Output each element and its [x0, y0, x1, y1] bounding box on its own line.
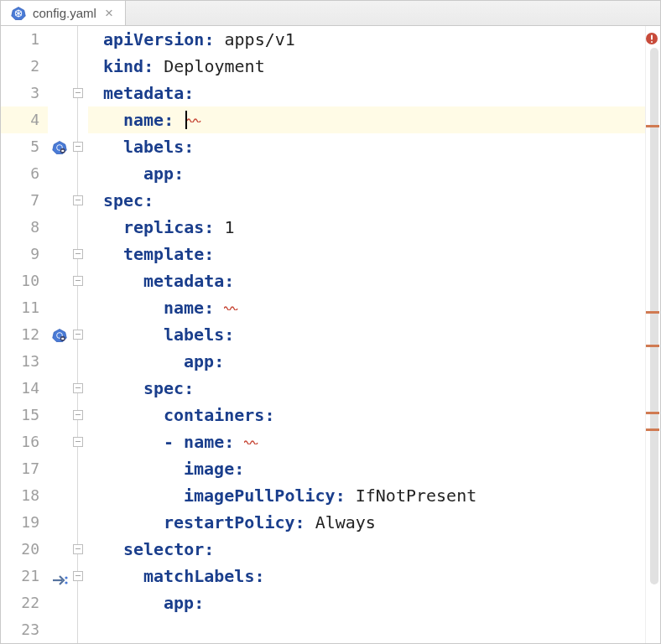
- fold-toggle[interactable]: [73, 383, 83, 393]
- line-number: 10: [1, 267, 48, 294]
- fold-toggle[interactable]: [73, 276, 83, 286]
- yaml-key: selector: [123, 539, 204, 559]
- line-number: 22: [1, 589, 48, 616]
- fold-toggle[interactable]: [73, 195, 83, 205]
- line-number: 5: [1, 133, 48, 160]
- yaml-key: kind: [103, 56, 143, 76]
- yaml-key: app: [184, 351, 214, 371]
- svg-rect-11: [61, 150, 64, 152]
- fold-toggle[interactable]: [73, 142, 83, 152]
- code-line[interactable]: name:: [88, 106, 645, 133]
- error-squiggle: [244, 439, 259, 444]
- close-icon[interactable]: ×: [103, 6, 115, 20]
- fold-toggle[interactable]: [73, 544, 83, 554]
- yaml-key: template: [123, 244, 204, 264]
- code-line[interactable]: [88, 616, 645, 643]
- line-number: 4: [1, 106, 48, 133]
- file-tab[interactable]: config.yaml ×: [1, 1, 126, 25]
- line-number: 1: [1, 26, 48, 53]
- code-line[interactable]: app:: [88, 348, 645, 375]
- line-number: 17: [1, 455, 48, 482]
- code-line[interactable]: kind: Deployment: [88, 53, 645, 80]
- code-line[interactable]: replicas: 1: [88, 214, 645, 241]
- code-line[interactable]: labels:: [88, 321, 645, 348]
- error-tick[interactable]: [646, 311, 659, 314]
- kubernetes-icon: [11, 6, 26, 21]
- code-line[interactable]: containers:: [88, 402, 645, 428]
- fold-toggle[interactable]: [73, 330, 83, 340]
- line-number: 16: [1, 428, 48, 455]
- line-highlight: [48, 106, 73, 133]
- kubernetes-icon: [52, 327, 67, 347]
- yaml-key: app: [143, 164, 174, 184]
- code-line[interactable]: app:: [88, 160, 645, 187]
- line-number: 3: [1, 80, 48, 106]
- yaml-key: replicas: [123, 217, 204, 237]
- line-number: 7: [1, 187, 48, 214]
- tab-filename: config.yaml: [33, 6, 96, 20]
- yaml-value: Always: [315, 512, 376, 532]
- line-number: 2: [1, 53, 48, 80]
- yaml-key: image: [184, 459, 234, 479]
- code-editor[interactable]: 1234567891011121314151617181920212223 ap…: [1, 26, 660, 643]
- kubernetes-icon: [52, 139, 67, 159]
- code-line[interactable]: image:: [88, 455, 645, 482]
- code-line[interactable]: labels:: [88, 133, 645, 160]
- error-badge-icon[interactable]: [645, 29, 658, 49]
- yaml-key: labels: [164, 325, 224, 345]
- code-line[interactable]: spec:: [88, 375, 645, 402]
- code-line[interactable]: metadata:: [88, 80, 645, 106]
- code-line[interactable]: app:: [88, 589, 645, 616]
- svg-point-17: [65, 581, 67, 584]
- code-line[interactable]: template:: [88, 241, 645, 267]
- fold-toggle[interactable]: [73, 88, 83, 98]
- error-tick[interactable]: [646, 428, 659, 431]
- line-number: 12: [1, 321, 48, 348]
- fold-toggle[interactable]: [73, 437, 83, 447]
- line-number: 13: [1, 348, 48, 375]
- fold-column: [73, 26, 88, 643]
- code-line[interactable]: - name:: [88, 428, 645, 455]
- code-line[interactable]: imagePullPolicy: IfNotPresent: [88, 482, 645, 509]
- line-number: 18: [1, 482, 48, 509]
- line-number: 15: [1, 402, 48, 428]
- yaml-key: name: [164, 298, 204, 318]
- code-line[interactable]: matchLabels:: [88, 563, 645, 589]
- line-number: 19: [1, 509, 48, 536]
- line-number-gutter: 1234567891011121314151617181920212223: [1, 26, 48, 643]
- line-number: 20: [1, 536, 48, 563]
- line-number: 8: [1, 214, 48, 241]
- svg-rect-20: [651, 41, 653, 43]
- scrollbar-thumb[interactable]: [650, 48, 658, 584]
- svg-rect-15: [61, 338, 64, 340]
- svg-rect-19: [651, 35, 653, 40]
- error-tick[interactable]: [646, 125, 659, 127]
- code-line[interactable]: spec:: [88, 187, 645, 214]
- code-line[interactable]: restartPolicy: Always: [88, 509, 645, 536]
- code-line[interactable]: name:: [88, 294, 645, 321]
- fold-toggle[interactable]: [73, 249, 83, 259]
- error-squiggle: [224, 305, 239, 310]
- navigate-icon[interactable]: [52, 570, 69, 590]
- error-tick[interactable]: [646, 412, 659, 414]
- tab-bar: config.yaml ×: [1, 1, 660, 26]
- svg-point-16: [65, 576, 67, 579]
- error-tick[interactable]: [646, 345, 659, 347]
- code-line[interactable]: apiVersion: apps/v1: [88, 26, 645, 53]
- yaml-key: apiVersion: [103, 29, 204, 49]
- editor-window: config.yaml × 12345678910111213141516171…: [0, 0, 661, 644]
- fold-toggle[interactable]: [73, 410, 83, 420]
- yaml-value: Deployment: [164, 56, 264, 76]
- fold-toggle[interactable]: [73, 571, 83, 581]
- yaml-key: matchLabels: [143, 566, 254, 586]
- yaml-key: imagePullPolicy: [184, 486, 336, 506]
- code-area[interactable]: apiVersion: apps/v1kind: Deploymentmetad…: [88, 26, 645, 643]
- error-marker-strip[interactable]: [645, 26, 660, 643]
- code-line[interactable]: selector:: [88, 536, 645, 563]
- line-number: 11: [1, 294, 48, 321]
- line-number: 6: [1, 160, 48, 187]
- yaml-key: containers: [164, 405, 264, 425]
- yaml-key: name: [184, 432, 224, 452]
- code-line[interactable]: metadata:: [88, 267, 645, 294]
- yaml-key: name: [123, 110, 164, 130]
